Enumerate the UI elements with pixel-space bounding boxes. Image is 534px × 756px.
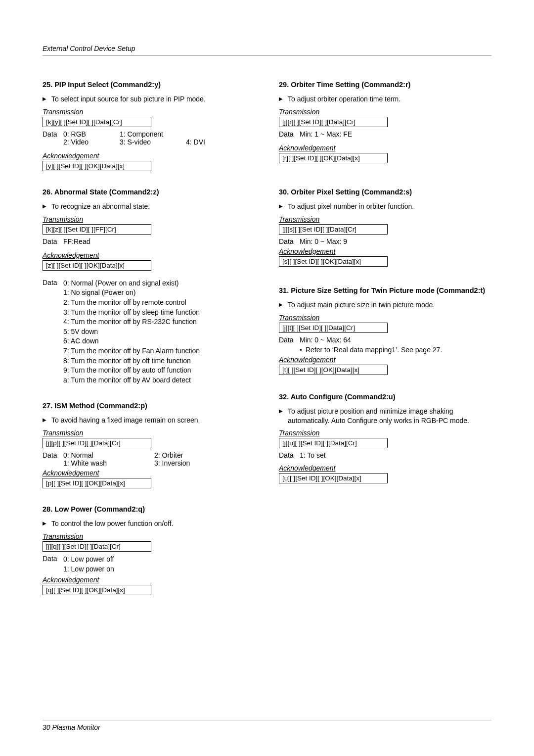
data-item: 1: To set: [300, 451, 326, 459]
data-item: 3: S-video: [120, 138, 174, 146]
data-values: Data Min: 1 ~ Max: FE: [279, 130, 491, 138]
data-item: 2: Orbiter: [154, 451, 183, 459]
data-item: Min: 0 ~ Max: 64: [300, 336, 351, 344]
command-25: 25. PIP Input Select (Command2:y) To sel…: [43, 81, 255, 171]
cmd-title: 32. Auto Configure (Command2:u): [279, 393, 491, 401]
cmd-description: To recognize an abnormal state.: [43, 202, 255, 211]
cmd-title: 28. Low Power (Command2:q): [43, 505, 255, 513]
ack-code: [p][ ][Set ID][ ][OK][Data][x]: [43, 478, 151, 488]
cmd-title: 27. ISM Method (Command2:p): [43, 402, 255, 410]
transmission-code: [j][r][ ][Set ID][ ][Data][Cr]: [279, 117, 388, 127]
ack-header: Acknowledgement: [43, 251, 255, 259]
cmd-description: To control the low power function on/off…: [43, 519, 255, 528]
transmission-header: Transmission: [279, 314, 491, 322]
cmd-description: To adjust main picture size in twin pict…: [279, 300, 491, 310]
data-item: FF:Read: [63, 237, 90, 245]
data-label: Data: [43, 279, 63, 385]
ack-code: [u][ ][Set ID][ ][OK][Data][x]: [279, 473, 388, 483]
cmd-description: To adjust pixel number in orbiter functi…: [279, 202, 491, 211]
data-values: Data 0: Low power off 1: Low power on: [43, 555, 255, 574]
data-item: 2: Turn the monitor off by remote contro…: [63, 298, 255, 308]
data-label: Data: [279, 130, 300, 138]
command-29: 29. Orbiter Time Setting (Command2:r) To…: [279, 81, 491, 163]
ack-header: Acknowledgement: [279, 144, 491, 152]
transmission-header: Transmission: [43, 215, 255, 223]
cmd-title: 30. Orbiter Pixel Setting (Command2:s): [279, 188, 491, 196]
transmission-code: [j][t][ ][Set ID][ ][Data][Cr]: [279, 323, 388, 333]
data-item: 0: Normal (Power on and signal exist): [63, 279, 255, 288]
left-column: 25. PIP Input Select (Command2:y) To sel…: [43, 81, 255, 612]
data-item: Min: 0 ~ Max: 9: [300, 237, 347, 245]
cmd-description: To adjust picture position and minimize …: [279, 407, 491, 425]
transmission-code: [k][y][ ][Set ID][ ][Data][Cr]: [43, 117, 151, 127]
data-item: 1: No signal (Power on): [63, 288, 255, 298]
cmd-title: 26. Abnormal State (Command2:z): [43, 188, 255, 196]
data-label: Data: [43, 555, 63, 574]
transmission-header: Transmission: [279, 215, 491, 223]
transmission-code: [j][p][ ][Set ID][ ][Data][Cr]: [43, 438, 151, 448]
transmission-code: [j][s][ ][Set ID][ ][Data][Cr]: [279, 224, 388, 235]
footer-divider: [43, 720, 491, 720]
cmd-description: To avoid having a fixed image remain on …: [43, 416, 255, 425]
data-values: Data 0: Normal 2: Orbiter 1: White wash …: [43, 451, 255, 467]
data-label: Data: [43, 237, 63, 245]
command-26: 26. Abnormal State (Command2:z) To recog…: [43, 188, 255, 385]
data-item: 4: DVI: [186, 138, 205, 146]
ack-header: Acknowledgement: [279, 356, 491, 364]
note-text: Refer to ‘Real data mapping1’. See page …: [300, 346, 442, 354]
command-30: 30. Orbiter Pixel Setting (Command2:s) T…: [279, 188, 491, 267]
cmd-description: To select input source for sub picture i…: [43, 94, 255, 104]
transmission-code: [k][z][ ][Set ID][ ][FF][Cr]: [43, 224, 151, 235]
cmd-title: 31. Picture Size Setting for Twin Pictur…: [279, 286, 491, 294]
data-label: Data: [279, 451, 300, 459]
data-item: 8: Turn the monitor off by off time func…: [63, 356, 255, 366]
data-item: 7: Turn the monitor off by Fan Alarm fun…: [63, 346, 255, 356]
data-item: 9: Turn the monitor off by auto off func…: [63, 366, 255, 376]
right-column: 29. Orbiter Time Setting (Command2:r) To…: [279, 81, 491, 612]
data-values: Data Min: 0 ~ Max: 64: [279, 336, 491, 344]
ack-code: [s][ ][Set ID][ ][OK][Data][x]: [279, 256, 388, 267]
data-values: Data FF:Read: [43, 237, 255, 245]
command-28: 28. Low Power (Command2:q) To control th…: [43, 505, 255, 595]
transmission-code: [j][u][ ][Set ID][ ][Data][Cr]: [279, 438, 388, 448]
ack-code: [t][ ][Set ID][ ][OK][Data][x]: [279, 365, 388, 375]
ack-code: [z][ ][Set ID][ ][OK][Data][x]: [43, 260, 151, 271]
transmission-header: Transmission: [43, 429, 255, 437]
cmd-title: 25. PIP Input Select (Command2:y): [43, 81, 255, 89]
ack-code: [y][ ][Set ID][ ][OK][Data][x]: [43, 161, 151, 171]
data-values: Data 0: RGB 1: Component 2: Video 3: S-v…: [43, 130, 255, 146]
ack-code: [q][ ][Set ID][ ][OK][Data][x]: [43, 585, 151, 595]
cmd-title: 29. Orbiter Time Setting (Command2:r): [279, 81, 491, 89]
page-section-title: External Control Device Setup: [43, 45, 491, 52]
transmission-header: Transmission: [279, 108, 491, 116]
data-item: 0: Normal: [63, 451, 142, 459]
data-item: 4: Turn the monitor off by RS-232C funct…: [63, 317, 255, 327]
data-item: 6: AC down: [63, 336, 255, 346]
data-item: 0: Low power off: [63, 555, 255, 565]
data-item: 1: Low power on: [63, 565, 255, 574]
ack-header: Acknowledgement: [279, 247, 491, 255]
transmission-header: Transmission: [43, 532, 255, 540]
data-item: 3: Turn the monitor off by sleep time fu…: [63, 308, 255, 318]
data-label: Data: [279, 336, 300, 344]
transmission-header: Transmission: [279, 429, 491, 437]
data-values: Data Min: 0 ~ Max: 9: [279, 237, 491, 245]
data-item: 5: 5V down: [63, 327, 255, 337]
ack-code: [r][ ][Set ID][ ][OK][Data][x]: [279, 153, 388, 163]
transmission-header: Transmission: [43, 108, 255, 116]
data-label: Data: [43, 451, 63, 467]
command-27: 27. ISM Method (Command2:p) To avoid hav…: [43, 402, 255, 488]
header-divider: [43, 55, 491, 56]
data-values: Data 1: To set: [279, 451, 491, 459]
content-columns: 25. PIP Input Select (Command2:y) To sel…: [43, 81, 491, 612]
data-label: Data: [279, 237, 300, 245]
data-item: a: Turn the monitor off by AV board dete…: [63, 376, 255, 385]
data-item: 0: RGB: [63, 130, 108, 138]
command-32: 32. Auto Configure (Command2:u) To adjus…: [279, 393, 491, 484]
data-item: 3: Inversion: [154, 459, 190, 467]
page-footer: 30 Plasma Monitor: [43, 720, 491, 731]
note: Refer to ‘Real data mapping1’. See page …: [279, 346, 491, 354]
data-item: 1: Component: [120, 130, 163, 138]
data-item: 2: Video: [63, 138, 108, 146]
transmission-code: [j][q][ ][Set ID][ ][Data][Cr]: [43, 541, 151, 552]
